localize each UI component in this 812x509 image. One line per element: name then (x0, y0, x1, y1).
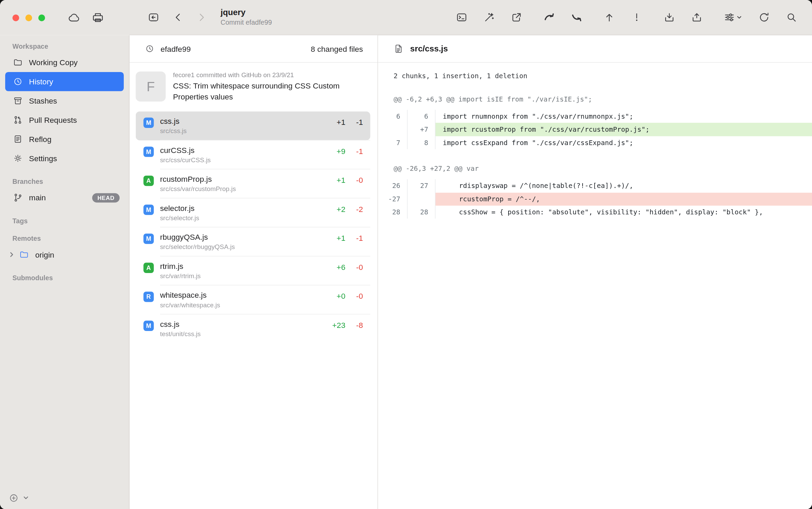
terminal-button[interactable] (453, 9, 469, 25)
stash-save-button[interactable] (661, 9, 677, 25)
file-row[interactable]: A rtrim.js src/var/rtrim.js +6 -0 (136, 256, 370, 285)
back-button[interactable] (170, 9, 186, 25)
refresh-button[interactable] (755, 9, 772, 25)
file-path: src/css.js (160, 127, 187, 134)
archive-icon (13, 96, 23, 106)
close-window-button[interactable] (12, 14, 19, 21)
refresh-icon (758, 11, 770, 23)
lines-removed: -1 (345, 146, 363, 155)
old-line-number: 6 (378, 110, 407, 123)
file-path: test/unit/css.js (160, 330, 201, 338)
sidebar-item-branch-main[interactable]: main HEAD (5, 188, 124, 207)
window-title: jquery (220, 8, 272, 18)
folder-icon (19, 250, 29, 260)
sidebar-item-pull-requests[interactable]: Pull Requests (5, 110, 124, 130)
file-row[interactable]: M selector.js src/selector.js +2 -2 (136, 198, 370, 227)
chevron-right-icon[interactable] (8, 251, 15, 258)
file-diffstat: +1 -1 (322, 117, 363, 126)
cloud-icon (67, 11, 81, 24)
file-status-badge: M (143, 204, 154, 215)
file-list: M css.js src/css.js +1 -1 M curCSS.js sr… (130, 110, 378, 343)
branch-name: main (29, 193, 46, 202)
filter-button[interactable] (721, 9, 744, 25)
sidebar-item-working-copy[interactable]: Working Copy (5, 53, 124, 72)
section-label-remotes: Remotes (12, 235, 129, 242)
new-line-number: 28 (408, 205, 436, 218)
section-label-branches: Branches (12, 178, 129, 186)
file-path: src/selector.js (160, 214, 199, 222)
code-line: rdisplayswap = /^(none|table(?!-c[ea]).+… (435, 179, 812, 192)
rebase-button[interactable] (568, 9, 585, 25)
add-button[interactable] (8, 492, 19, 504)
magic-wand-button[interactable] (480, 9, 497, 25)
lines-removed: -0 (345, 175, 363, 184)
section-label-submodules: Submodules (12, 274, 129, 282)
file-row[interactable]: M css.js src/css.js +1 -1 (136, 111, 370, 140)
alert-icon (631, 11, 643, 23)
repo-box-button[interactable] (145, 9, 162, 25)
diff-summary: 2 chunks, 1 insertion, 1 deletion (394, 72, 812, 80)
stash-apply-button[interactable] (688, 9, 705, 25)
cloud-button[interactable] (66, 9, 82, 26)
branch-icon (13, 193, 23, 203)
lines-added: +1 (322, 175, 345, 184)
diff-line: 28 28 cssShow = { position: "absolute", … (378, 205, 812, 218)
file-row[interactable]: M rbuggyQSA.js src/selector/rbuggyQSA.js… (136, 227, 370, 256)
log-icon (13, 134, 23, 144)
file-status-badge: M (143, 320, 154, 331)
sidebar-item-history[interactable]: History (5, 72, 124, 91)
minimize-window-button[interactable] (25, 14, 32, 21)
commit-hash: efadfe99 (160, 44, 191, 53)
hunk-lines: 6 6 import rnumnonpx from "./css/var/rnu… (378, 110, 812, 149)
sidebar-item-label: Stashes (29, 96, 57, 105)
plus-circle-icon (9, 493, 19, 503)
zoom-window-button[interactable] (38, 14, 45, 21)
file-name: rcustomProp.js (160, 174, 236, 183)
device-button[interactable] (89, 9, 106, 26)
sidebar-item-label: History (29, 77, 53, 86)
lines-removed: -0 (345, 292, 363, 300)
file-path: src/var/whitespace.js (160, 301, 220, 308)
search-button[interactable] (783, 9, 799, 25)
old-line-number: 28 (378, 205, 407, 218)
rebase-icon (570, 11, 582, 23)
share-button[interactable] (508, 9, 525, 25)
new-line-number (408, 192, 436, 205)
lines-added: +1 (322, 117, 345, 126)
titlebar: jquery Commit efadfe99 (0, 0, 812, 35)
code-line: import rnumnonpx from "./css/var/rnumnon… (435, 110, 812, 123)
file-row[interactable]: M css.js test/unit/css.js +23 -8 (136, 314, 370, 343)
sidebar-item-stashes[interactable]: Stashes (5, 91, 124, 110)
new-line-number: 6 (408, 110, 436, 123)
sidebar-item-reflog[interactable]: Reflog (5, 130, 124, 149)
toolbar-actions (453, 9, 799, 25)
sidebar-bottom-controls (8, 492, 30, 504)
chevron-left-icon (172, 11, 184, 23)
changed-files-count: 8 changed files (311, 44, 363, 53)
window-title-block: jquery Commit efadfe99 (220, 8, 272, 27)
sidebar-item-remote-origin[interactable]: origin (5, 245, 124, 264)
printer-icon (91, 11, 105, 24)
file-name: curCSS.js (160, 145, 211, 154)
section-label-workspace: Workspace (12, 43, 129, 50)
file-row[interactable]: R whitespace.js src/var/whitespace.js +0… (136, 285, 370, 315)
file-row[interactable]: M curCSS.js src/css/curCSS.js +9 -1 (136, 140, 370, 169)
folder-icon (13, 58, 23, 68)
search-icon (785, 11, 797, 23)
file-status-badge: M (143, 117, 154, 128)
add-menu-button[interactable] (22, 494, 30, 502)
gear-icon (13, 153, 23, 163)
merge-button[interactable] (541, 9, 557, 25)
file-diffstat: +23 -8 (322, 320, 363, 329)
file-path: src/var/rtrim.js (160, 272, 201, 280)
terminal-icon (455, 11, 467, 23)
sidebar-item-label: Reflog (29, 135, 51, 144)
sidebar-item-label: Pull Requests (29, 116, 77, 125)
forward-button[interactable] (193, 9, 209, 25)
alert-button[interactable] (628, 9, 645, 25)
push-button[interactable] (601, 9, 617, 25)
new-line-number: 27 (408, 179, 436, 192)
lines-removed: -2 (345, 204, 363, 213)
file-row[interactable]: A rcustomProp.js src/css/var/rcustomProp… (136, 169, 370, 198)
sidebar-item-settings[interactable]: Settings (5, 149, 124, 168)
